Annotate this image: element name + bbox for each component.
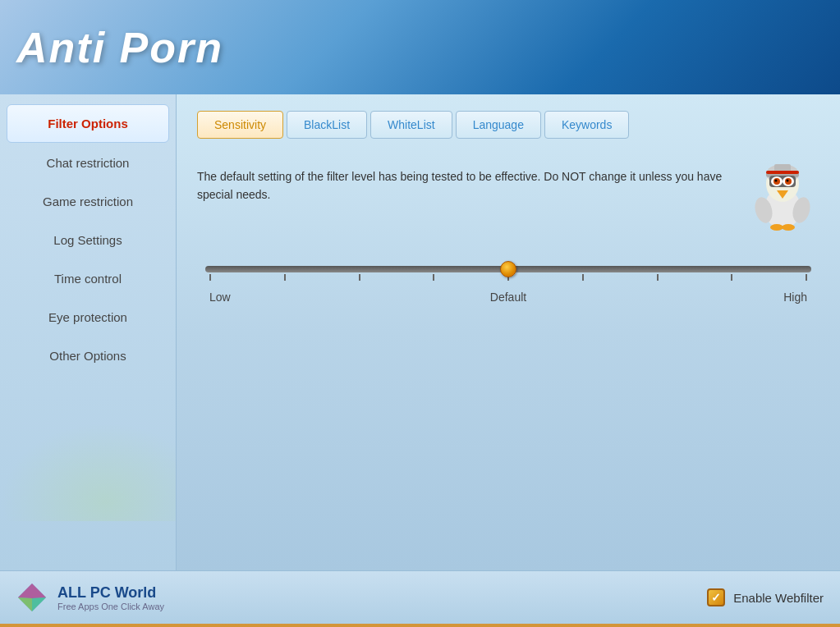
tab-bar: Sensitivity BlackList WhiteList Language… bbox=[197, 111, 819, 139]
svg-marker-21 bbox=[18, 597, 32, 611]
logo-icon bbox=[16, 582, 48, 613]
footer: ⌂ http://anti-porn.tueagles.com ✔ OK ✖ C… bbox=[0, 624, 840, 627]
tab-keywords[interactable]: Keywords bbox=[544, 111, 629, 139]
info-section: The default setting of the filter level … bbox=[197, 159, 819, 233]
branding-logo: ALL PC World Free Apps One Click Away bbox=[16, 582, 164, 613]
app-header: Anti Porn bbox=[0, 0, 840, 94]
sidebar-item-time-control[interactable]: Time control bbox=[7, 260, 169, 297]
sidebar-item-log-settings[interactable]: Log Settings bbox=[7, 222, 169, 259]
branding-text: ALL PC World Free Apps One Click Away bbox=[57, 584, 164, 611]
info-text: The default setting of the filter level … bbox=[197, 159, 729, 213]
enable-webfilter-label: Enable Webfilter bbox=[733, 591, 824, 605]
slider-labels: Low Default High bbox=[205, 291, 811, 310]
svg-rect-17 bbox=[766, 171, 799, 174]
branding-subtitle: Free Apps One Click Away bbox=[57, 602, 164, 611]
tab-language[interactable]: Language bbox=[456, 111, 541, 139]
slider-label-low: Low bbox=[209, 291, 231, 304]
branding-bar: ALL PC World Free Apps One Click Away ✓ … bbox=[0, 570, 840, 624]
sidebar-item-game-restriction[interactable]: Game restriction bbox=[7, 183, 169, 220]
sidebar: Filter Options Chat restriction Game res… bbox=[0, 94, 177, 570]
main-container: Filter Options Chat restriction Game res… bbox=[0, 94, 840, 570]
sensitivity-slider-section: Low Default High bbox=[197, 266, 819, 310]
svg-point-16 bbox=[782, 224, 795, 231]
enable-webfilter-checkbox[interactable]: ✓ bbox=[707, 588, 725, 606]
sidebar-item-filter-options[interactable]: Filter Options bbox=[7, 104, 169, 143]
svg-point-11 bbox=[787, 180, 789, 182]
tab-blacklist[interactable]: BlackList bbox=[287, 111, 367, 139]
slider-label-default: Default bbox=[490, 291, 526, 304]
sidebar-item-other-options[interactable]: Other Options bbox=[7, 337, 169, 374]
slider-track bbox=[205, 266, 811, 272]
enable-webfilter-section: ✓ Enable Webfilter bbox=[707, 588, 824, 606]
content-area: Sensitivity BlackList WhiteList Language… bbox=[177, 94, 840, 570]
tab-whitelist[interactable]: WhiteList bbox=[370, 111, 452, 139]
svg-point-15 bbox=[770, 224, 783, 231]
sidebar-item-chat-restriction[interactable]: Chat restriction bbox=[7, 144, 169, 181]
branding-name: ALL PC World bbox=[57, 584, 164, 602]
mascot-image bbox=[746, 159, 819, 233]
svg-marker-20 bbox=[32, 597, 46, 611]
slider-container bbox=[205, 266, 811, 281]
sidebar-item-eye-protection[interactable]: Eye protection bbox=[7, 299, 169, 336]
app-title: Anti Porn bbox=[16, 23, 223, 72]
svg-point-10 bbox=[775, 180, 778, 182]
slider-label-high: High bbox=[783, 291, 807, 304]
tab-sensitivity[interactable]: Sensitivity bbox=[197, 111, 283, 139]
svg-marker-19 bbox=[18, 584, 46, 598]
